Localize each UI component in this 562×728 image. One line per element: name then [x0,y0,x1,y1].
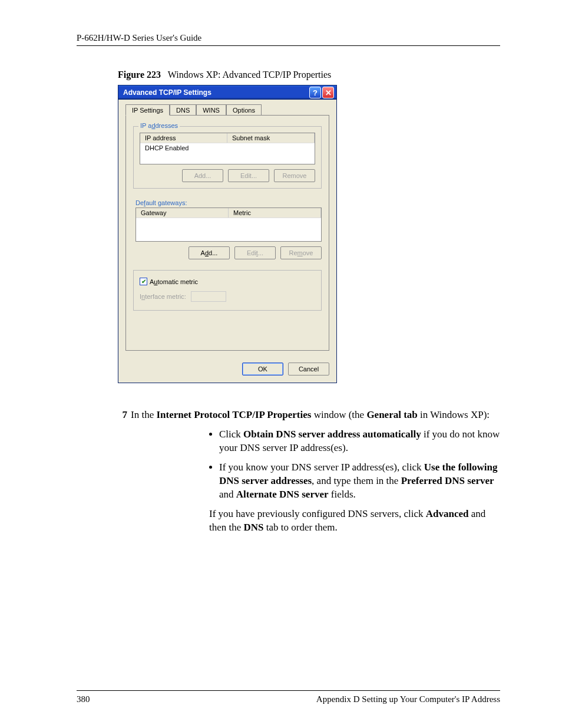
interface-metric-input [191,291,226,302]
page-footer: 380 Appendix D Setting up Your Computer'… [77,690,500,704]
followup-paragraph: If you have previously configured DNS se… [209,508,500,535]
step-number: 7 [117,409,127,421]
gw-remove-button: Remove [280,246,322,259]
close-icon[interactable]: ✕ [322,87,334,98]
page-header: P-662H/HW-D Series User's Guide [77,33,500,46]
figure-caption: Figure 223 Windows XP: Advanced TCP/IP P… [118,70,500,80]
help-icon[interactable]: ? [309,87,321,98]
group-default-gateways: Default gateways: Gateway Metric Add... … [133,199,322,259]
ip-col-subnet: Subnet mask [227,133,315,143]
page-number: 380 [77,694,90,704]
auto-metric-label: Automatic metric [150,278,198,285]
tab-options[interactable]: Options [226,104,262,115]
ip-edit-button: Edit... [228,169,269,182]
auto-metric-checkbox[interactable]: ✔ [140,278,147,285]
gw-col-gateway: Gateway [136,208,229,218]
tab-wins[interactable]: WINS [196,104,226,115]
xp-dialog: Advanced TCP/IP Settings ? ✕ IP Settings… [118,85,337,383]
interface-metric-label: Interface metric: [140,293,186,300]
group-metric: ✔ Automatic metric Interface metric: [133,270,322,311]
ip-add-button: Add... [182,169,223,182]
group-ip-addresses: IP addresses IP address Subnet mask DHCP… [133,126,322,189]
group-gw-legend: Default gateways: [135,199,322,206]
titlebar: Advanced TCP/IP Settings ? ✕ [118,85,336,100]
step-text: In the Internet Protocol TCP/IP Properti… [131,409,500,421]
figure-number: Figure 223 [118,70,161,80]
ip-row-dhcp: DHCP Enabled [140,143,315,153]
bullet-list: Click Obtain DNS server address automati… [209,428,500,502]
tab-strip: IP Settings DNS WINS Options [125,104,329,115]
ok-button[interactable]: OK [242,363,283,375]
gw-edit-button: Edit... [234,246,276,259]
gw-col-metric: Metric [229,208,321,218]
bullet-1: Click Obtain DNS server address automati… [219,428,500,455]
bullet-2: If you know your DNS server IP address(e… [219,461,500,502]
ip-col-address: IP address [140,133,227,143]
figure-title: Windows XP: Advanced TCP/IP Properties [168,70,332,80]
group-ip-legend: IP addresses [138,122,180,129]
cancel-button[interactable]: Cancel [288,363,329,375]
dialog-title: Advanced TCP/IP Settings [123,88,308,97]
tab-panel: IP addresses IP address Subnet mask DHCP… [125,115,329,351]
ip-listview[interactable]: IP address Subnet mask DHCP Enabled [140,133,315,164]
step-7: 7 In the Internet Protocol TCP/IP Proper… [117,409,500,421]
tab-ip-settings[interactable]: IP Settings [125,104,170,116]
footer-section: Appendix D Setting up Your Computer's IP… [316,694,500,704]
gw-add-button[interactable]: Add... [189,246,230,259]
ip-remove-button: Remove [274,169,315,182]
tab-dns[interactable]: DNS [170,104,196,115]
gw-listview[interactable]: Gateway Metric [135,207,322,242]
